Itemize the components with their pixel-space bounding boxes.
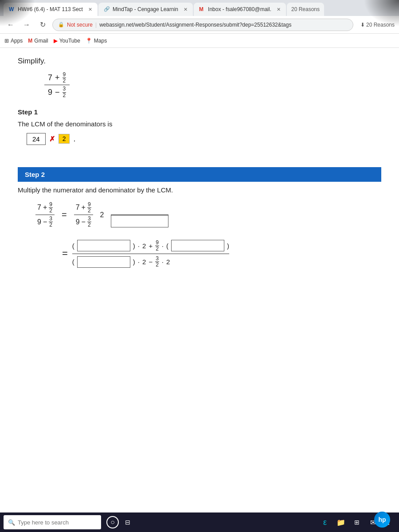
num-plus: + <box>55 73 60 82</box>
gmail-icon: M <box>28 38 32 44</box>
result-fraction: ( ) · 2 + 9 2 · ( ) ( ) <box>72 238 229 270</box>
forward-button[interactable]: → <box>20 19 33 31</box>
dot-2: · <box>162 242 164 250</box>
multiplier-col: 2 <box>100 202 104 228</box>
result-3-2: 3 2 <box>155 256 159 268</box>
paren-open-2: ( <box>166 242 168 250</box>
multiplier-value: 2 <box>100 211 104 219</box>
step2-input-col <box>111 202 168 227</box>
result-num-row: ( ) · 2 + 9 2 · ( ) <box>72 238 229 254</box>
result-multiplier-2: 2 <box>142 258 146 266</box>
cortana-button[interactable]: ○ <box>106 516 119 528</box>
step1-text: The LCM of the denominators is <box>18 120 381 128</box>
step2-right-3-2-b: 3 2 <box>87 216 91 228</box>
tab-extra-label: 20 Reasons <box>291 6 320 12</box>
tab-bar: W HW#6 (6.4) - MAT 113 Sect ✕ 🔗 MindTap … <box>0 0 399 16</box>
paren-open-1: ( <box>72 242 74 250</box>
extra-tab-inline: ⬇ 20 Reasons <box>360 22 395 28</box>
period: . <box>73 134 75 144</box>
bookmark-maps[interactable]: 📍 Maps <box>86 38 107 44</box>
step2-right-fraction: 7 + 9 2 9 − 3 2 <box>74 201 93 229</box>
edge-icon[interactable]: ε <box>318 516 332 529</box>
step2-equation-row: 7 + 9 2 9 − 3 2 = 7 + <box>35 201 381 229</box>
content-area: Simplify. 7 + 9 2 9 − 3 2 <box>0 48 399 512</box>
security-label: Not secure <box>67 22 93 28</box>
step2-left-num: 7 + 9 2 <box>35 201 55 215</box>
result-den-input[interactable] <box>77 256 130 268</box>
step2-left-den: 9 − 3 2 <box>35 215 55 229</box>
step2-text: Multiply the numerator and denominator b… <box>18 186 381 194</box>
bookmark-apps[interactable]: ⊞ Apps <box>4 38 23 44</box>
result-9-2: 9 2 <box>155 240 159 252</box>
lock-icon: 🔒 <box>58 22 64 27</box>
den-minus: − <box>55 88 60 97</box>
step2-right-den: 9 − 3 2 <box>74 215 93 229</box>
address-bar[interactable]: 🔒 Not secure | webassign.net/web/Student… <box>52 19 353 31</box>
paren-close-2: ) <box>227 242 229 250</box>
step2-left-3-2: 3 2 <box>49 216 53 228</box>
gmail-label: Gmail <box>34 38 48 44</box>
bookmark-gmail[interactable]: M Gmail <box>28 38 48 44</box>
tab-label-1: HW#6 (6.4) - MAT 113 Sect <box>18 6 83 12</box>
lcm-answer-box[interactable]: 24 <box>27 133 46 145</box>
step2-input-box[interactable] <box>111 215 168 227</box>
step2-left-9-2: 9 2 <box>49 202 53 214</box>
hp-logo: hp <box>374 512 390 528</box>
fraction-numerator: 7 + 9 2 <box>44 71 70 85</box>
tab-3[interactable]: M Inbox - fsale967080@mail. ✕ <box>194 3 286 16</box>
back-button[interactable]: ← <box>4 19 17 31</box>
step2-result-row: = ( ) · 2 + 9 2 · ( ) <box>62 238 381 270</box>
dot-4: · <box>162 258 164 266</box>
tab-close-1[interactable]: ✕ <box>88 7 92 12</box>
task-view-icon: ⊟ <box>125 519 130 526</box>
result-multiplier-3: 2 <box>166 258 170 266</box>
task-view-button[interactable]: ⊟ <box>121 515 135 529</box>
apps-label: Apps <box>11 38 23 44</box>
tab-label-2: MindTap - Cengage Learnin <box>113 6 178 12</box>
bookmarks-bar: ⊞ Apps M Gmail ▶ YouTube 📍 Maps <box>0 34 399 48</box>
maps-icon: 📍 <box>86 38 92 44</box>
step2-header: Step 2 <box>18 167 381 182</box>
maps-label: Maps <box>94 38 107 44</box>
tab-active[interactable]: W HW#6 (6.4) - MAT 113 Sect ✕ <box>4 3 98 16</box>
bookmark-youtube[interactable]: ▶ YouTube <box>54 38 80 44</box>
num-7: 7 <box>48 73 52 82</box>
lcm-answer-area: 24 ✗ 2 . <box>27 133 381 145</box>
browser-chrome: W HW#6 (6.4) - MAT 113 Sect ✕ 🔗 MindTap … <box>0 0 399 48</box>
correct-answer-box: 2 <box>59 134 70 144</box>
tab-close-2[interactable]: ✕ <box>184 7 188 12</box>
minus-1: − <box>149 258 153 266</box>
search-input[interactable] <box>18 519 93 526</box>
tab-favicon-2: 🔗 <box>104 6 110 12</box>
step2-right-num: 7 + 9 2 <box>74 201 93 215</box>
result-num-input[interactable] <box>77 240 130 251</box>
step2-left-fraction: 7 + 9 2 9 − 3 2 <box>35 201 55 229</box>
step2-block: Step 2 Multiply the numerator and denomi… <box>18 158 381 194</box>
store-icon[interactable]: ⊞ <box>350 516 364 529</box>
paren-close-3: ) <box>133 258 135 266</box>
dot-3: · <box>138 258 140 266</box>
paren-close-1: ) <box>133 242 135 250</box>
tab-favicon-1: W <box>9 6 15 12</box>
cortana-icon: ○ <box>110 518 115 526</box>
reload-button[interactable]: ↻ <box>36 19 49 31</box>
tab-close-3[interactable]: ✕ <box>277 7 281 12</box>
result-den-row: ( ) · 2 − 3 2 · 2 <box>72 254 229 270</box>
file-explorer-icon[interactable]: 📁 <box>334 516 348 529</box>
tab-2[interactable]: 🔗 MindTap - Cengage Learnin ✕ <box>98 3 193 16</box>
search-box[interactable]: 🔍 <box>4 515 101 529</box>
wrong-icon: ✗ <box>49 135 55 143</box>
num-fraction-9-2: 9 2 <box>63 72 66 84</box>
simplify-label: Simplify. <box>18 57 381 66</box>
main-fraction: 7 + 9 2 9 − 3 2 <box>44 71 381 99</box>
correct-answer-value: 2 <box>63 135 66 142</box>
equals-1: = <box>62 210 67 220</box>
tab-extra[interactable]: 20 Reasons <box>287 3 324 16</box>
step1-header: Step 1 <box>18 108 381 116</box>
nav-bar: ← → ↻ 🔒 Not secure | webassign.net/web/S… <box>0 16 399 34</box>
den-9: 9 <box>48 88 52 97</box>
result-multiplier-1: 2 <box>142 242 146 250</box>
paren-open-3: ( <box>72 258 74 266</box>
result-num-input-2[interactable] <box>171 240 224 251</box>
den-fraction-3-2: 3 2 <box>63 86 66 98</box>
